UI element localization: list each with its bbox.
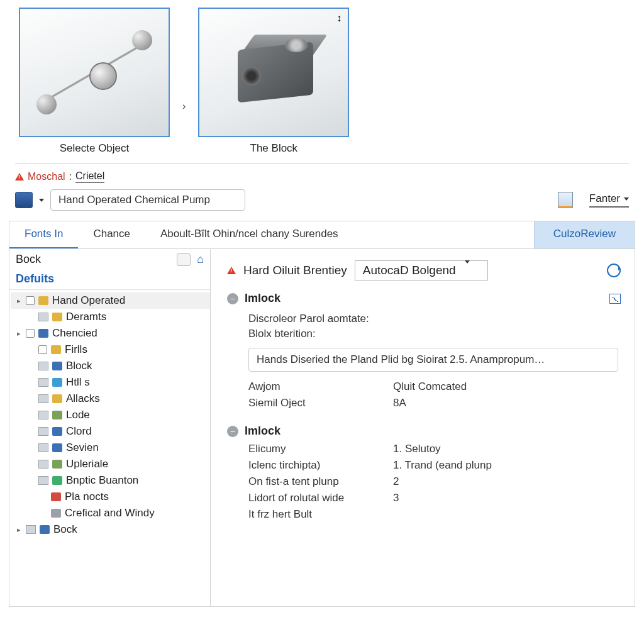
tree-node[interactable]: Lode <box>11 407 210 423</box>
tree-node-label: Upleriale <box>66 458 108 470</box>
checkbox[interactable] <box>26 329 35 338</box>
tree-node[interactable]: Deramts <box>11 309 210 325</box>
thumbnail-frame-2: ↕ <box>198 8 349 137</box>
section2-kv: Elicumy1. SelutoyIclenc tirchipta)1. Tra… <box>248 443 618 521</box>
section1-kv: AwjomQluit ComcatedSiemil Oject8A <box>248 380 618 409</box>
panel-icon <box>26 525 36 534</box>
folder-icon <box>52 476 62 485</box>
folder-icon <box>40 525 50 534</box>
panel-icon <box>38 476 48 485</box>
kv-key: Iclenc tirchipta) <box>248 459 393 472</box>
folder-icon <box>52 427 62 436</box>
kv-value <box>393 508 618 521</box>
description-input[interactable]: Hands Diseried the Pland Plid bg Sioirat… <box>248 348 618 372</box>
tree-node-label: Crefical and Windy <box>65 507 155 519</box>
folder-icon <box>38 296 48 305</box>
checkbox[interactable] <box>38 345 47 354</box>
refresh-icon[interactable] <box>607 264 621 277</box>
tree-node-label: Sevien <box>66 441 99 454</box>
tree-node-label: Htll s <box>66 376 90 389</box>
tab-review[interactable]: CulzoReview <box>534 221 635 248</box>
tab-fonts[interactable]: Fonts In <box>9 221 78 248</box>
tree-node[interactable]: Crefical and Windy <box>11 505 210 521</box>
section2-header[interactable]: – Imlock <box>227 425 621 438</box>
warning-label: Moschal <box>28 171 65 182</box>
panel-icon <box>38 427 48 436</box>
tree-node[interactable]: Block <box>11 358 210 374</box>
thumbnail-row: Selecte Object › ↕ The Block <box>0 0 644 160</box>
panel-icon <box>38 394 48 403</box>
tree-node[interactable]: Sevien <box>11 440 210 456</box>
expand-icon[interactable]: ▸ <box>16 526 22 534</box>
folder-icon <box>38 329 48 338</box>
tree-node[interactable]: ▸Hand Operated <box>11 292 210 309</box>
expand-icon[interactable]: ▸ <box>16 330 22 338</box>
tree-panel: Bock ⌂ Defuits ▸Hand OperatedDeramts▸Che… <box>9 249 211 606</box>
section1-line1: Discroleor Parol aomtate: <box>248 313 618 325</box>
checkbox[interactable] <box>26 296 35 305</box>
panel-icon <box>38 460 48 469</box>
chevron-down-icon <box>624 197 629 201</box>
section1-name: Imlock <box>245 292 280 305</box>
app-dropdown-icon[interactable] <box>39 199 44 202</box>
tree-node[interactable]: Firlls <box>11 341 210 358</box>
folder-icon <box>52 460 62 469</box>
chart-icon[interactable] <box>609 294 621 304</box>
tree-node-label: Lode <box>66 409 90 421</box>
thumbnail-card-2[interactable]: ↕ The Block <box>198 8 349 155</box>
tree-node[interactable]: Allacks <box>11 391 210 407</box>
section2-name: Imlock <box>245 425 280 438</box>
detail-panel: Hard Oiluit Brentiey AutocaD Bolgend – I… <box>211 249 635 606</box>
tree-tool-button[interactable] <box>177 253 191 266</box>
thumbnail-caption-2: The Block <box>250 142 298 155</box>
warning-link[interactable]: Crietel <box>75 170 104 183</box>
folder-icon <box>52 443 62 452</box>
kv-value: Qluit Comcated <box>393 380 618 393</box>
thumbnail-card-1[interactable]: Selecte Object <box>19 8 170 155</box>
folder-icon <box>51 492 61 501</box>
collapse-icon: – <box>227 293 238 304</box>
panel-icon <box>38 378 48 387</box>
tree-header: Bock ⌂ <box>9 249 210 269</box>
panel-icon <box>38 411 48 419</box>
section1-header[interactable]: – Imlock <box>227 292 621 305</box>
resize-arrow-icon: ↕ <box>336 13 341 24</box>
folder-icon <box>51 345 61 354</box>
tree-node[interactable]: Pla nocts <box>11 489 210 505</box>
tab-about[interactable]: Aboult-Bîlt Ohin/ncel chany Surendes <box>145 221 353 248</box>
kv-key: Elicumy <box>248 443 393 455</box>
tab-chance[interactable]: Chance <box>78 221 145 248</box>
body-columns: Bock ⌂ Defuits ▸Hand OperatedDeramts▸Che… <box>9 248 635 607</box>
warning-icon <box>227 267 236 274</box>
detail-header: Hard Oiluit Brentiey AutocaD Bolgend <box>227 260 621 280</box>
tree-node[interactable]: Upleriale <box>11 456 210 472</box>
tree-node[interactable]: Clord <box>11 423 210 440</box>
kv-key: It frz hert Bult <box>248 508 393 521</box>
kv-key: Siemil Oject <box>248 397 393 409</box>
fanter-dropdown[interactable]: Fanter <box>589 192 629 208</box>
warning-icon <box>15 173 24 180</box>
breadcrumb-separator-icon: › <box>182 50 186 112</box>
detail-select[interactable]: AutocaD Bolgend <box>355 260 488 280</box>
tree-node[interactable]: ▸Bock <box>11 521 210 538</box>
home-icon[interactable]: ⌂ <box>197 253 204 266</box>
tree-node[interactable]: Htll s <box>11 374 210 391</box>
tab-strip: Fonts In Chance Aboult-Bîlt Ohin/ncel ch… <box>9 221 635 248</box>
search-row: Fanter <box>15 189 629 211</box>
tree-node[interactable]: Bnptic Buanton <box>11 472 210 489</box>
search-input[interactable] <box>50 189 245 211</box>
tree-node[interactable]: ▸Chencied <box>11 325 210 341</box>
tree-node-label: Firlls <box>65 343 87 356</box>
tree-scroll[interactable]: ▸Hand OperatedDeramts▸ChenciedFirllsBloc… <box>9 290 210 606</box>
thumbnail-caption-1: Selecte Object <box>60 142 130 155</box>
kv-value: 3 <box>393 492 618 504</box>
kv-key: On fist-a tent plunp <box>248 475 393 488</box>
collapse-icon: – <box>227 426 238 437</box>
app-icon[interactable] <box>15 192 33 208</box>
section1-line2: Blolx bterition: <box>248 328 618 340</box>
block-render-icon <box>217 25 330 119</box>
warning-colon: : <box>69 171 72 182</box>
panel-icon <box>38 362 48 370</box>
expand-icon[interactable]: ▸ <box>16 297 22 305</box>
document-icon[interactable] <box>558 192 573 208</box>
